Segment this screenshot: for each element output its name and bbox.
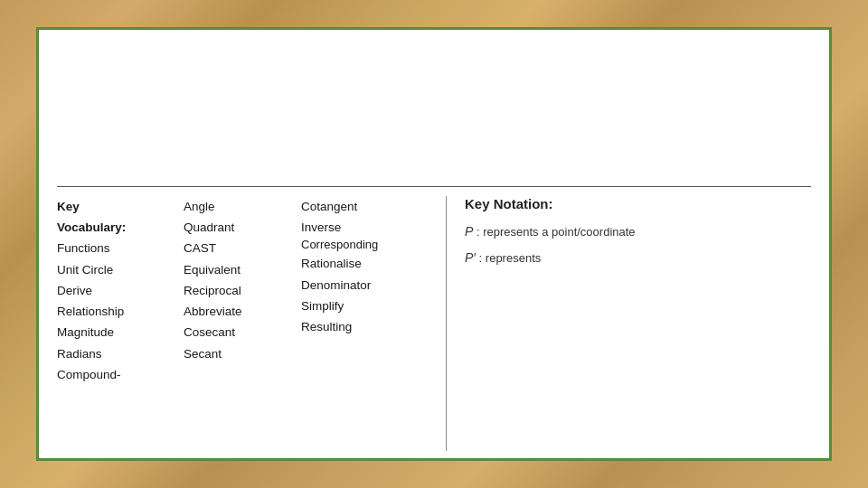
functions-label: Functions <box>57 238 175 258</box>
relationship-label: Relationship <box>57 301 175 322</box>
cosecant-label: Cosecant <box>184 322 292 343</box>
notation-p-symbol: P <box>465 224 473 239</box>
simplify-label: Simplify <box>301 296 419 316</box>
secant-label: Secant <box>184 343 292 364</box>
corresponding-label: Corresponding <box>301 238 419 253</box>
key-notation-title: Key Notation: <box>465 196 811 211</box>
denominator-label: Denominator <box>301 275 419 296</box>
derive-label: Derive <box>57 280 175 301</box>
quadrant-label: Quadrant <box>184 217 292 238</box>
resulting-label: Resulting <box>301 316 419 337</box>
cotangent-label: Cotangent <box>301 196 419 217</box>
abbreviate-label: Abbreviate <box>184 301 292 322</box>
notation-row-2: P′ : represents <box>465 249 811 267</box>
magnitude-label: Magnitude <box>57 322 175 343</box>
vocabulary-col3: Cotangent Inverse Corresponding Rational… <box>301 196 419 451</box>
key-notation-section: Key Notation: P : represents a point/coo… <box>446 196 811 451</box>
wood-background: Key Vocabulary: Functions Unit Circle De… <box>0 0 868 488</box>
vocabulary-col1: Key Vocabulary: Functions Unit Circle De… <box>57 196 175 451</box>
inverse-label: Inverse <box>301 217 419 238</box>
key-label: Key <box>57 196 175 217</box>
unit-circle-label: Unit Circle <box>57 259 175 280</box>
notation-p-desc: : represents a point/coordinate <box>476 225 636 239</box>
slide-container: Key Vocabulary: Functions Unit Circle De… <box>36 27 832 461</box>
cast-label: CAST <box>184 238 292 258</box>
content-area: Key Vocabulary: Functions Unit Circle De… <box>39 179 829 458</box>
radians-label: Radians <box>57 343 175 364</box>
horizontal-rule <box>57 186 811 187</box>
notation-pprime-desc: : represents <box>479 251 542 265</box>
notation-pprime-symbol: P′ <box>465 250 476 265</box>
angle-label: Angle <box>184 196 292 217</box>
slide-top-area <box>39 30 829 179</box>
rationalise-label: Rationalise <box>301 253 419 274</box>
vocabulary-label: Vocabulary: <box>57 217 175 238</box>
notation-row-1: P : represents a point/coordinate <box>465 222 811 241</box>
compound-label: Compound- <box>57 364 175 385</box>
vocabulary-col2: Angle Quadrant CAST Equivalent Reciproca… <box>184 196 292 451</box>
reciprocal-label: Reciprocal <box>184 280 292 301</box>
equivalent-label: Equivalent <box>184 259 292 280</box>
three-col-layout: Key Vocabulary: Functions Unit Circle De… <box>57 196 811 451</box>
